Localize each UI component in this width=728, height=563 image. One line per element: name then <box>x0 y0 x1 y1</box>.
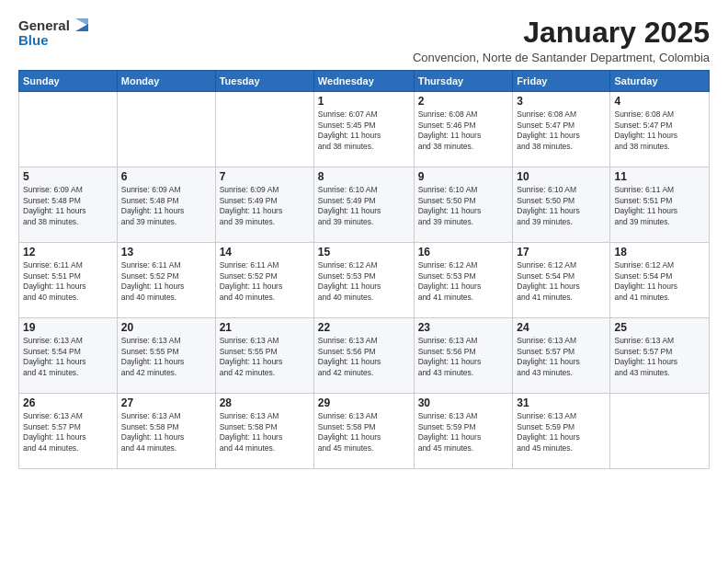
week-row-2: 5Sunrise: 6:09 AMSunset: 5:48 PMDaylight… <box>19 167 710 243</box>
day-info: Sunrise: 6:13 AMSunset: 5:57 PMDaylight:… <box>517 336 606 378</box>
day-info: Sunrise: 6:13 AMSunset: 5:58 PMDaylight:… <box>220 411 310 454</box>
week-row-3: 12Sunrise: 6:11 AMSunset: 5:51 PMDayligh… <box>19 243 710 318</box>
table-row: 20Sunrise: 6:13 AMSunset: 5:55 PMDayligh… <box>117 318 215 394</box>
logo: General Blue <box>18 17 92 49</box>
page: General Blue January 2025 Convencion, No… <box>0 0 728 563</box>
table-row <box>117 92 215 167</box>
table-row: 24Sunrise: 6:13 AMSunset: 5:57 PMDayligh… <box>513 318 610 394</box>
day-number: 12 <box>23 246 113 259</box>
table-row: 22Sunrise: 6:13 AMSunset: 5:56 PMDayligh… <box>313 318 414 394</box>
table-row: 2Sunrise: 6:08 AMSunset: 5:46 PMDaylight… <box>414 92 513 167</box>
table-row: 15Sunrise: 6:12 AMSunset: 5:53 PMDayligh… <box>313 243 414 318</box>
day-info: Sunrise: 6:13 AMSunset: 5:59 PMDaylight:… <box>418 411 509 454</box>
logo-blue: Blue <box>18 33 49 49</box>
header-sunday: Sunday <box>19 71 118 92</box>
table-row: 10Sunrise: 6:10 AMSunset: 5:50 PMDayligh… <box>513 167 610 243</box>
day-info: Sunrise: 6:13 AMSunset: 5:56 PMDaylight:… <box>418 336 509 378</box>
table-row: 29Sunrise: 6:13 AMSunset: 5:58 PMDayligh… <box>313 394 414 469</box>
day-number: 23 <box>418 321 509 334</box>
table-row: 28Sunrise: 6:13 AMSunset: 5:58 PMDayligh… <box>215 394 313 469</box>
day-info: Sunrise: 6:10 AMSunset: 5:50 PMDaylight:… <box>418 185 509 227</box>
day-number: 24 <box>517 321 606 334</box>
table-row: 11Sunrise: 6:11 AMSunset: 5:51 PMDayligh… <box>610 167 710 243</box>
table-row: 13Sunrise: 6:11 AMSunset: 5:52 PMDayligh… <box>117 243 215 318</box>
day-number: 8 <box>318 170 410 183</box>
day-info: Sunrise: 6:10 AMSunset: 5:50 PMDaylight:… <box>517 185 606 227</box>
day-number: 29 <box>318 396 410 409</box>
day-number: 4 <box>614 95 705 108</box>
day-info: Sunrise: 6:09 AMSunset: 5:48 PMDaylight:… <box>121 185 211 227</box>
day-number: 3 <box>517 95 606 108</box>
day-info: Sunrise: 6:13 AMSunset: 5:55 PMDaylight:… <box>220 336 310 378</box>
day-number: 10 <box>517 170 606 183</box>
table-row: 9Sunrise: 6:10 AMSunset: 5:50 PMDaylight… <box>414 167 513 243</box>
day-info: Sunrise: 6:13 AMSunset: 5:57 PMDaylight:… <box>614 336 705 378</box>
day-number: 31 <box>517 396 606 409</box>
day-info: Sunrise: 6:13 AMSunset: 5:54 PMDaylight:… <box>23 336 113 378</box>
day-info: Sunrise: 6:11 AMSunset: 5:51 PMDaylight:… <box>614 185 705 227</box>
day-number: 17 <box>517 246 606 259</box>
week-row-5: 26Sunrise: 6:13 AMSunset: 5:57 PMDayligh… <box>19 394 710 469</box>
day-info: Sunrise: 6:13 AMSunset: 5:58 PMDaylight:… <box>121 411 211 454</box>
svg-marker-0 <box>75 24 88 31</box>
day-info: Sunrise: 6:13 AMSunset: 5:59 PMDaylight:… <box>517 411 606 454</box>
table-row: 27Sunrise: 6:13 AMSunset: 5:58 PMDayligh… <box>117 394 215 469</box>
table-row: 1Sunrise: 6:07 AMSunset: 5:45 PMDaylight… <box>313 92 414 167</box>
day-info: Sunrise: 6:07 AMSunset: 5:45 PMDaylight:… <box>318 109 410 152</box>
table-row <box>19 92 118 167</box>
table-row: 23Sunrise: 6:13 AMSunset: 5:56 PMDayligh… <box>414 318 513 394</box>
day-info: Sunrise: 6:12 AMSunset: 5:54 PMDaylight:… <box>614 260 705 303</box>
day-info: Sunrise: 6:12 AMSunset: 5:53 PMDaylight:… <box>318 260 410 303</box>
day-info: Sunrise: 6:08 AMSunset: 5:46 PMDaylight:… <box>418 109 509 152</box>
table-row: 7Sunrise: 6:09 AMSunset: 5:49 PMDaylight… <box>215 167 313 243</box>
day-info: Sunrise: 6:08 AMSunset: 5:47 PMDaylight:… <box>614 109 705 152</box>
day-info: Sunrise: 6:10 AMSunset: 5:49 PMDaylight:… <box>318 185 410 227</box>
day-number: 14 <box>220 246 310 259</box>
table-row: 18Sunrise: 6:12 AMSunset: 5:54 PMDayligh… <box>610 243 710 318</box>
day-number: 21 <box>220 321 310 334</box>
day-info: Sunrise: 6:11 AMSunset: 5:51 PMDaylight:… <box>23 260 113 303</box>
day-number: 25 <box>614 321 705 334</box>
day-info: Sunrise: 6:09 AMSunset: 5:49 PMDaylight:… <box>220 185 310 227</box>
day-number: 7 <box>220 170 310 183</box>
day-number: 1 <box>318 95 410 108</box>
table-row: 3Sunrise: 6:08 AMSunset: 5:47 PMDaylight… <box>513 92 610 167</box>
day-number: 2 <box>418 95 509 108</box>
logo-icon <box>72 15 92 35</box>
week-row-1: 1Sunrise: 6:07 AMSunset: 5:45 PMDaylight… <box>19 92 710 167</box>
header-tuesday: Tuesday <box>215 71 313 92</box>
table-row: 31Sunrise: 6:13 AMSunset: 5:59 PMDayligh… <box>513 394 610 469</box>
day-number: 28 <box>220 396 310 409</box>
day-info: Sunrise: 6:11 AMSunset: 5:52 PMDaylight:… <box>121 260 211 303</box>
calendar-table: Sunday Monday Tuesday Wednesday Thursday… <box>18 70 710 469</box>
table-row: 25Sunrise: 6:13 AMSunset: 5:57 PMDayligh… <box>610 318 710 394</box>
svg-marker-1 <box>75 18 88 26</box>
table-row: 19Sunrise: 6:13 AMSunset: 5:54 PMDayligh… <box>19 318 118 394</box>
header: General Blue January 2025 Convencion, No… <box>18 17 710 64</box>
table-row: 17Sunrise: 6:12 AMSunset: 5:54 PMDayligh… <box>513 243 610 318</box>
day-info: Sunrise: 6:13 AMSunset: 5:56 PMDaylight:… <box>318 336 410 378</box>
day-number: 6 <box>121 170 211 183</box>
day-number: 11 <box>614 170 705 183</box>
table-row: 16Sunrise: 6:12 AMSunset: 5:53 PMDayligh… <box>414 243 513 318</box>
header-friday: Friday <box>513 71 610 92</box>
day-number: 30 <box>418 396 509 409</box>
day-info: Sunrise: 6:12 AMSunset: 5:54 PMDaylight:… <box>517 260 606 303</box>
day-info: Sunrise: 6:11 AMSunset: 5:52 PMDaylight:… <box>220 260 310 303</box>
day-number: 20 <box>121 321 211 334</box>
logo-general: General <box>18 18 70 34</box>
table-row: 8Sunrise: 6:10 AMSunset: 5:49 PMDaylight… <box>313 167 414 243</box>
table-row: 4Sunrise: 6:08 AMSunset: 5:47 PMDaylight… <box>610 92 710 167</box>
title-section: January 2025 Convencion, Norte de Santan… <box>413 17 710 64</box>
day-number: 18 <box>614 246 705 259</box>
day-number: 13 <box>121 246 211 259</box>
table-row <box>215 92 313 167</box>
table-row: 14Sunrise: 6:11 AMSunset: 5:52 PMDayligh… <box>215 243 313 318</box>
day-info: Sunrise: 6:13 AMSunset: 5:57 PMDaylight:… <box>23 411 113 454</box>
subtitle: Convencion, Norte de Santander Departmen… <box>413 51 710 64</box>
header-wednesday: Wednesday <box>313 71 414 92</box>
day-number: 26 <box>23 396 113 409</box>
calendar-header-row: Sunday Monday Tuesday Wednesday Thursday… <box>19 71 710 92</box>
day-info: Sunrise: 6:13 AMSunset: 5:55 PMDaylight:… <box>121 336 211 378</box>
header-monday: Monday <box>117 71 215 92</box>
